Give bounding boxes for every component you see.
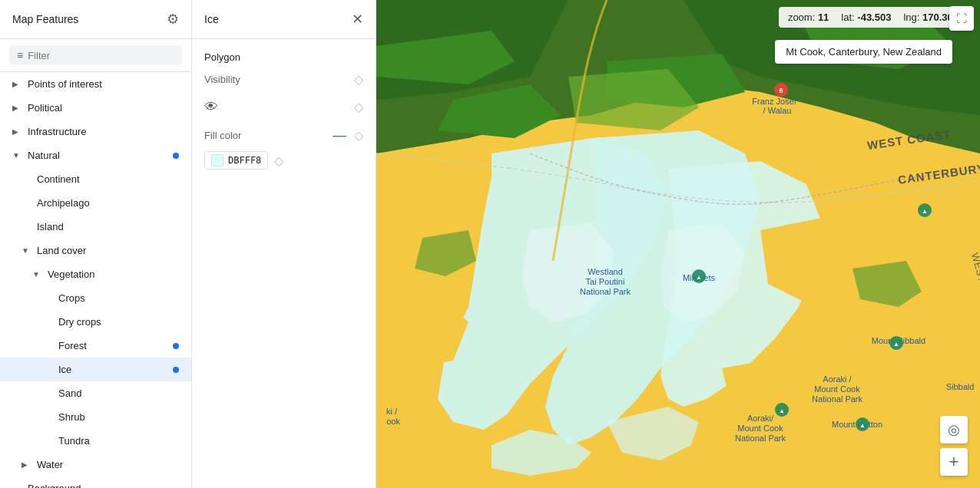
map-controls: ◎ + xyxy=(940,416,968,476)
map-coords: zoom: 11 lat: -43.503 lng: 170.306 xyxy=(779,7,968,28)
zoom-value: 11 xyxy=(818,12,829,23)
svg-text:Sibbald: Sibbald xyxy=(946,382,975,391)
fill-color-diamond-icon[interactable]: ◇ xyxy=(354,128,363,143)
panel-header: Ice ✕ xyxy=(192,0,376,39)
sidebar-item-label: Points of interest xyxy=(28,78,179,90)
lat-label: lat: -43.503 xyxy=(841,12,891,23)
map-topbar: zoom: 11 lat: -43.503 lng: 170.306 xyxy=(376,0,980,34)
svg-text:/ Walau: / Walau xyxy=(763,106,792,115)
sidebar-item-archipelago[interactable]: Archipelago xyxy=(0,191,191,215)
sidebar-item-dry-crops[interactable]: Dry crops xyxy=(0,310,191,334)
sidebar-item-label: Water xyxy=(37,459,179,470)
svg-text:ook: ook xyxy=(386,417,400,426)
zoom-in-button[interactable]: + xyxy=(940,448,968,476)
filter-input[interactable] xyxy=(28,50,174,61)
svg-text:Mount Cook: Mount Cook xyxy=(814,384,860,394)
sidebar-item-points-of-interest[interactable]: ▶Points of interest xyxy=(0,72,191,96)
svg-text:Aoraki/: Aoraki/ xyxy=(747,414,774,423)
svg-text:▲: ▲ xyxy=(893,341,899,348)
map-svg: WEST COAST CANTERBURY WEST COAST CANTERB… xyxy=(376,0,980,488)
sidebar-item-natural[interactable]: ▼Natural xyxy=(0,143,191,167)
visibility-control-row: 👁 ◇ xyxy=(204,99,363,115)
svg-text:National Park: National Park xyxy=(580,287,631,296)
sidebar-item-background[interactable]: Background xyxy=(0,476,191,488)
sidebar-item-label: Crops xyxy=(58,292,179,304)
map-tooltip: Mt Cook, Canterbury, New Zealand xyxy=(775,40,952,64)
panel-section: Polygon Visibility ◇ 👁 ◇ Fill color — ◇ … xyxy=(192,39,376,182)
feature-panel: Ice ✕ Polygon Visibility ◇ 👁 ◇ Fill colo… xyxy=(192,0,376,488)
chevron-icon: ▼ xyxy=(22,246,34,255)
fill-color-hex-value: DBFFF8 xyxy=(228,155,261,166)
svg-text:▲: ▲ xyxy=(779,407,785,414)
active-dot xyxy=(173,153,179,159)
fill-color-swatch-wrap[interactable]: DBFFF8 xyxy=(204,151,268,170)
fill-minus-icon[interactable]: — xyxy=(333,127,346,143)
sidebar-item-forest[interactable]: Forest xyxy=(0,334,191,358)
fullscreen-button[interactable]: ⛶ xyxy=(949,6,974,31)
tooltip-text: Mt Cook, Canterbury, New Zealand xyxy=(786,46,942,58)
sidebar-item-crops[interactable]: Crops xyxy=(0,286,191,310)
sidebar-item-land-cover[interactable]: ▼Land cover xyxy=(0,239,191,262)
panel-title: Ice xyxy=(204,13,219,25)
eye-icon[interactable]: 👁 xyxy=(204,99,218,115)
sidebar-item-label: Ice xyxy=(58,364,173,375)
svg-text:▲: ▲ xyxy=(859,422,866,429)
sidebar-item-ice[interactable]: Ice xyxy=(0,358,191,381)
sidebar-item-political[interactable]: ▶Political xyxy=(0,96,191,120)
sidebar-item-label: Sand xyxy=(58,387,179,399)
sidebar-item-island[interactable]: Island xyxy=(0,215,191,239)
zoom-label: zoom: 11 xyxy=(788,12,829,23)
sidebar-item-vegetation[interactable]: ▼Vegetation xyxy=(0,262,191,286)
swatch-diamond-icon[interactable]: ◇ xyxy=(274,153,283,168)
svg-text:Franz Josef: Franz Josef xyxy=(752,97,796,106)
sidebar-item-label: Shrub xyxy=(58,411,179,423)
visibility-value-diamond-icon[interactable]: ◇ xyxy=(354,100,363,114)
svg-text:▲: ▲ xyxy=(696,274,702,281)
sidebar-item-label: Natural xyxy=(28,150,173,161)
active-dot xyxy=(173,343,179,349)
gear-icon[interactable]: ⚙ xyxy=(167,11,179,28)
filter-input-wrap[interactable]: ≡ xyxy=(9,45,182,65)
svg-text:ki /: ki / xyxy=(386,407,398,416)
fill-color-label: Fill color xyxy=(204,130,241,141)
sidebar-item-shrub[interactable]: Shrub xyxy=(0,405,191,429)
sidebar-item-label: Tundra xyxy=(58,435,179,447)
fill-color-row: Fill color — ◇ xyxy=(204,127,363,143)
svg-text:▲: ▲ xyxy=(922,208,928,215)
chevron-icon: ▶ xyxy=(12,127,25,136)
svg-text:Westland: Westland xyxy=(588,267,623,276)
fill-color-swatch xyxy=(211,154,223,167)
my-location-button[interactable]: ◎ xyxy=(940,416,968,443)
sidebar-item-label: Continent xyxy=(37,173,179,185)
sidebar-item-water[interactable]: ▶Water xyxy=(0,453,191,476)
svg-text:6: 6 xyxy=(779,87,783,94)
map-area[interactable]: WEST COAST CANTERBURY WEST COAST CANTERB… xyxy=(376,0,980,488)
svg-text:National Park: National Park xyxy=(812,394,863,404)
sidebar-item-tundra[interactable]: Tundra xyxy=(0,429,191,453)
close-icon[interactable]: ✕ xyxy=(352,11,363,28)
sidebar-item-continent[interactable]: Continent xyxy=(0,167,191,191)
sidebar-item-sand[interactable]: Sand xyxy=(0,381,191,405)
chevron-icon: ▶ xyxy=(12,104,25,112)
active-dot xyxy=(173,367,179,373)
sidebar-title: Map Features xyxy=(12,13,78,25)
sidebar-item-label: Political xyxy=(28,102,179,114)
sidebar-item-label: Background xyxy=(28,483,179,488)
sidebar-item-infrastructure[interactable]: ▶Infrastructure xyxy=(0,120,191,143)
fullscreen-button-area: ⛶ xyxy=(949,6,974,31)
svg-text:National Park: National Park xyxy=(735,434,786,443)
chevron-icon: ▼ xyxy=(12,151,25,160)
lat-value: -43.503 xyxy=(857,12,891,23)
sidebar-item-label: Archipelago xyxy=(37,197,179,209)
sidebar-item-label: Dry crops xyxy=(58,316,179,328)
panel-section-title: Polygon xyxy=(204,51,363,63)
sidebar-item-label: Land cover xyxy=(37,245,179,256)
visibility-row: Visibility ◇ xyxy=(204,72,363,87)
sidebar: Map Features ⚙ ≡ ▶Points of interest▶Pol… xyxy=(0,0,192,488)
sidebar-item-label: Island xyxy=(37,221,179,232)
sidebar-header: Map Features ⚙ xyxy=(0,0,191,39)
filter-icon: ≡ xyxy=(17,49,23,61)
svg-text:Tai Poutini: Tai Poutini xyxy=(586,277,625,286)
visibility-diamond-icon[interactable]: ◇ xyxy=(354,72,363,87)
chevron-icon: ▶ xyxy=(12,80,25,88)
